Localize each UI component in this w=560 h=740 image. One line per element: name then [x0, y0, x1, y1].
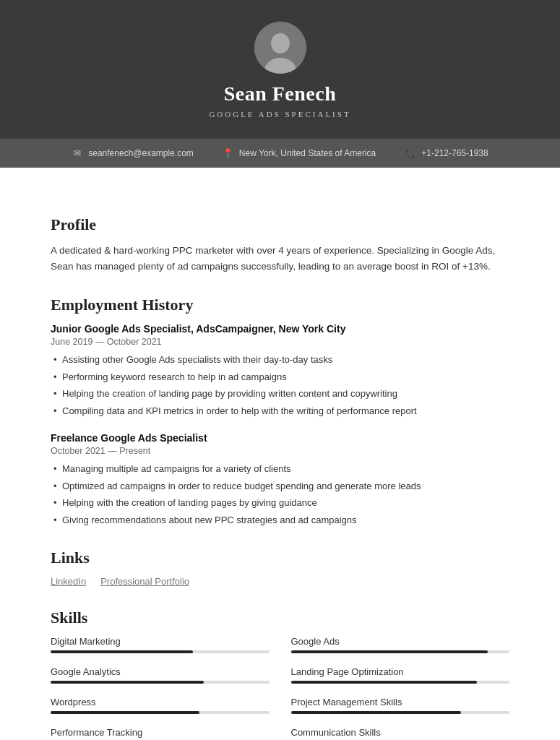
job-title-2: Freelance Google Ads Specialist	[51, 432, 509, 444]
link-linkedin[interactable]: LinkedIn	[51, 576, 86, 587]
skill-item: Digital Marketing	[51, 636, 270, 653]
skill-bar-bg	[51, 650, 270, 653]
skill-bar-bg	[51, 681, 270, 684]
links-row: LinkedIn Professional Portfolio	[51, 576, 509, 587]
skill-bar-bg	[291, 681, 510, 684]
skill-item: Wordpress	[51, 697, 270, 714]
contact-location: 📍 New York, United States of America	[223, 147, 376, 159]
skill-bar-bg	[51, 711, 270, 714]
skill-bar-bg	[291, 650, 510, 653]
job-entry-2: Freelance Google Ads Specialist October …	[51, 432, 509, 527]
contact-phone: 📞 +1-212-765-1938	[405, 147, 488, 159]
skill-bar-bg	[291, 711, 510, 714]
location-icon: 📍	[223, 147, 234, 159]
skill-item: Google Ads	[291, 636, 510, 653]
bullet: Managing multiple ad campaigns for a var…	[51, 462, 509, 476]
bullet: Performing keyword research to help in a…	[51, 370, 509, 384]
skill-item: Landing Page Optimization	[291, 666, 510, 684]
bullet: Giving recommendations about new PPC str…	[51, 513, 509, 528]
profile-text: A dedicated & hard-working PPC marketer …	[51, 243, 509, 274]
skill-label: Performance Tracking	[51, 727, 270, 738]
skill-label: Google Analytics	[51, 666, 270, 677]
bullet: Helping the creation of landing page by …	[51, 387, 509, 401]
skills-heading: Skills	[51, 608, 509, 627]
skill-item: Project Management Skills	[291, 697, 510, 714]
skill-bar-fill	[51, 681, 204, 684]
employment-heading: Employment History	[51, 296, 509, 314]
phone-icon: 📞	[405, 147, 416, 159]
skill-bar-fill	[291, 681, 477, 684]
skill-label: Wordpress	[51, 697, 270, 707]
skill-label: Project Management Skills	[291, 697, 510, 707]
skill-bar-fill	[51, 650, 193, 653]
profile-heading: Profile	[51, 215, 509, 234]
skill-bar-fill	[291, 650, 488, 653]
bullet: Helping with the creation of landing pag…	[51, 496, 509, 510]
bullet: Compiling data and KPI metrics in order …	[51, 404, 509, 418]
person-name: Sean Fenech	[224, 82, 337, 106]
header: Sean Fenech GOOGLE ADS SPECIALIST	[0, 0, 560, 139]
main-content: Profile A dedicated & hard-working PPC m…	[0, 168, 560, 740]
job-date-1: June 2019 — October 2021	[51, 337, 509, 347]
person-title: GOOGLE ADS SPECIALIST	[209, 110, 350, 119]
skill-label: Digital Marketing	[51, 636, 270, 647]
link-portfolio[interactable]: Professional Portfolio	[100, 576, 189, 587]
skill-item: Google Analytics	[51, 666, 270, 684]
contact-bar: ✉ seanfenech@example.com 📍 New York, Uni…	[0, 139, 560, 168]
skill-label: Landing Page Optimization	[291, 666, 510, 677]
skill-item: Communication Skills	[291, 727, 510, 740]
job-entry-1: Junior Google Ads Specialist, AdsCampaig…	[51, 323, 509, 418]
job-title-1: Junior Google Ads Specialist, AdsCampaig…	[51, 323, 509, 335]
skill-label: Google Ads	[291, 636, 510, 647]
contact-email: ✉ seanfenech@example.com	[72, 147, 194, 159]
avatar	[254, 22, 306, 74]
skill-bar-fill	[51, 711, 199, 714]
links-heading: Links	[51, 548, 509, 567]
skills-grid: Digital MarketingGoogle AdsGoogle Analyt…	[51, 636, 509, 740]
job-bullets-1: Assisting other Google Ads specialists w…	[51, 353, 509, 418]
skill-label: Communication Skills	[291, 727, 510, 738]
job-date-2: October 2021 — Present	[51, 446, 509, 456]
bullet: Optimized ad campaigns in order to reduc…	[51, 479, 509, 494]
svg-point-1	[271, 33, 290, 53]
skill-bar-fill	[291, 711, 462, 714]
skill-item: Performance Tracking	[51, 727, 270, 740]
job-bullets-2: Managing multiple ad campaigns for a var…	[51, 462, 509, 527]
email-icon: ✉	[72, 147, 83, 159]
bullet: Assisting other Google Ads specialists w…	[51, 353, 509, 367]
